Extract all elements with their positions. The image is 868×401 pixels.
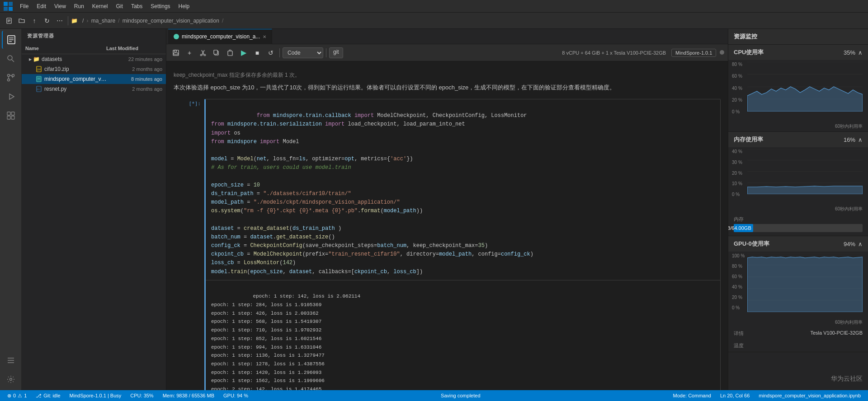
memory-bar-label: 内存 (734, 216, 863, 223)
menu-settings[interactable]: Settings (147, 2, 174, 10)
file-item-name: mindspore_computer_vision_applicatio... (44, 76, 107, 82)
svg-line-13 (12, 60, 14, 62)
sidebar-icons (0, 29, 22, 390)
list-item[interactable]: ZIP cifar10.zip 2 months ago (22, 64, 166, 74)
status-git[interactable]: ⎇ Git: idle (33, 393, 63, 399)
notebook-content: keep_checkpoint_max 指定多保存多余的最新 1 次。 本次体验… (166, 61, 728, 390)
sidebar-icon-list[interactable] (2, 351, 20, 369)
kernel-name-btn[interactable]: MindSpore-1.0.1 (671, 49, 724, 56)
tab-close-btn[interactable]: ✕ (263, 34, 266, 39)
gpu-temp-label: 温度 (734, 342, 744, 349)
status-gpu[interactable]: GPU: 94 % (221, 393, 251, 398)
cpu-header: CPU使用率 35% ∧ (728, 45, 868, 60)
menu-run[interactable]: Run (71, 2, 88, 10)
mem-chart-footer: 60秒内利用率 (728, 206, 868, 214)
menu-git[interactable]: Git (113, 2, 127, 10)
file-item-name: datasets (42, 56, 107, 62)
intro-prev-line: keep_checkpoint_max 指定多保存多余的最新 1 次。 (174, 70, 721, 80)
error-icon: ⊗ (7, 393, 11, 399)
upload-btn[interactable]: ↑ (29, 15, 40, 26)
tab-notebook[interactable]: mindspore_computer_vision_a... ✕ (168, 29, 272, 44)
save-btn[interactable] (170, 47, 182, 59)
col-name-header[interactable]: Name (22, 45, 103, 52)
copy-btn[interactable] (211, 47, 222, 59)
sidebar-icon-extensions[interactable] (2, 107, 20, 125)
menu-view[interactable]: View (51, 2, 70, 10)
list-item[interactable]: ▶ 📁 datasets 22 minutes ago (22, 54, 166, 64)
list-item[interactable]: mindspore_computer_vision_applicatio... … (22, 74, 166, 84)
svg-rect-19 (11, 112, 14, 115)
menu-edit[interactable]: Edit (33, 2, 50, 10)
status-kernel[interactable]: MindSpore-1.0.1 | Busy (67, 393, 124, 398)
sidebar-icon-explorer[interactable] (2, 31, 20, 49)
menu-tabs[interactable]: Tabs (127, 2, 146, 10)
path-root[interactable]: / (82, 18, 84, 24)
warning-icon: ⚠ (18, 393, 22, 399)
sidebar-icon-git[interactable] (2, 69, 20, 87)
list-item[interactable]: py resnet.py 2 months ago (22, 84, 166, 94)
status-mem[interactable]: Mem: 9838 / 65536 MB (160, 393, 217, 398)
paste-btn[interactable] (224, 47, 236, 59)
stop-btn[interactable]: ■ (251, 47, 263, 59)
more-btn[interactable]: ⋯ (54, 15, 65, 26)
refresh-btn[interactable]: ↻ (42, 15, 52, 26)
notebook: mindspore_computer_vision_a... ✕ + ▶ ■ ↺ (166, 29, 728, 390)
col-modified-header[interactable]: Last Modified (103, 45, 166, 52)
svg-point-25 (9, 378, 12, 381)
cpu-collapse-icon[interactable]: ∧ (858, 49, 863, 56)
svg-text:py: py (37, 88, 40, 91)
new-file-btn[interactable] (4, 15, 14, 26)
svg-rect-36 (174, 53, 178, 55)
intro-text: 本次体验选择 epoch_size 为10，一共迭代了10次，得到如下的运行结果… (174, 82, 721, 93)
file-item-name: cifar10.zip (44, 66, 107, 72)
restart-btn[interactable]: ↺ (265, 47, 277, 59)
path-mashare[interactable]: ma_share (91, 18, 115, 24)
file-list: ▶ 📁 datasets 22 minutes ago ZIP cifar10.… (22, 54, 166, 390)
sidebar-icon-settings[interactable] (2, 370, 20, 388)
status-cpu[interactable]: CPU: 35% (127, 393, 156, 398)
menu-kernel[interactable]: Kernel (89, 2, 112, 10)
status-file[interactable]: mindspore_computer_vision_application.ip… (756, 393, 863, 398)
menu-help[interactable]: Help (175, 2, 193, 10)
file-item-modified: 2 months ago (107, 86, 166, 92)
cell-body[interactable]: from mindspore.train.callback import Mod… (204, 99, 721, 390)
gpu-label: GPU-0使用率 (734, 240, 769, 248)
add-cell-btn[interactable]: + (184, 47, 195, 59)
cell-type-select[interactable]: Code Markdown Raw (283, 47, 323, 58)
gpu-collapse-icon[interactable]: ∧ (858, 241, 863, 247)
svg-rect-40 (214, 50, 217, 54)
gpu-chart: 100 % 80 % 60 % 40 % 20 % 0 % (728, 252, 868, 319)
py-file-icon: py (35, 85, 42, 93)
resource-panel: 资源监控 CPU使用率 35% ∧ 80 % 60 % 40 % 20 % 0 … (728, 29, 868, 390)
menu-file[interactable]: File (16, 2, 32, 10)
kernel-status-indicator (720, 50, 724, 55)
cpu-section: CPU使用率 35% ∧ 80 % 60 % 40 % 20 % 0 % (728, 45, 868, 132)
svg-point-14 (7, 75, 9, 77)
gpu-detail: 详情 Tesla V100-PCIE-32GB (728, 327, 868, 340)
mem-header: 内存使用率 16% ∧ (728, 132, 868, 147)
status-position[interactable]: Ln 20, Col 66 (717, 393, 752, 398)
cell-code-content[interactable]: from mindspore.train.callback import Mod… (206, 99, 720, 280)
status-center: Saving completed (255, 393, 667, 398)
sidebar-icon-debug[interactable] (2, 88, 20, 106)
folder-arrow-icon: ▶ (29, 57, 32, 61)
git-btn[interactable]: git (329, 47, 343, 58)
svg-rect-18 (7, 112, 10, 115)
status-error-count[interactable]: ⊗ 0 ⚠ 1 (5, 393, 29, 399)
status-mode[interactable]: Mode: Command (670, 393, 714, 398)
explorer-title: 资源管理器 (27, 33, 54, 39)
sidebar-icon-search[interactable] (2, 50, 20, 68)
path-project[interactable]: mindspore_computer_vision_application (123, 18, 219, 24)
open-folder-btn[interactable] (16, 15, 27, 26)
toolbar-separator (68, 16, 68, 25)
file-explorer: 资源管理器 Name Last Modified ▶ 📁 datasets 22… (22, 29, 166, 390)
run-btn[interactable]: ▶ (238, 47, 250, 59)
cpu-pct: 35% ∧ (844, 49, 863, 56)
folder-icon: 📁 (33, 56, 40, 63)
gpu-chart-svg (747, 253, 863, 312)
notebook-toolbar: + ▶ ■ ↺ Code Markdown Raw git 8 vCPU + 6 (166, 44, 728, 61)
cut-btn[interactable] (197, 47, 209, 59)
svg-text:ZIP: ZIP (37, 68, 41, 71)
mem-collapse-icon[interactable]: ∧ (858, 136, 863, 143)
cpu-chart-svg (747, 62, 863, 112)
